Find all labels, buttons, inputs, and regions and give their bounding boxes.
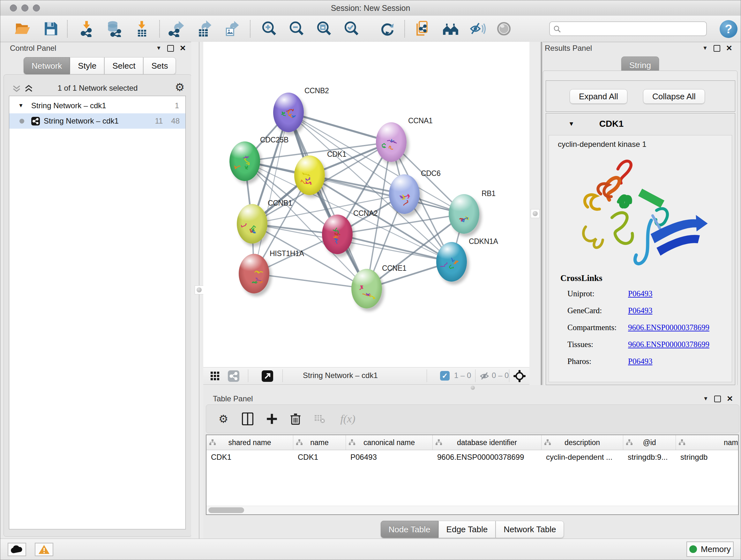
column-header-description[interactable]: description (542, 435, 623, 450)
column-header-@id[interactable]: @id (623, 435, 676, 450)
network-row-selected[interactable]: String Network – cdk1 11 48 (9, 113, 185, 129)
section-collapse-triangle-icon[interactable]: ▼ (568, 120, 575, 127)
grid-view-button[interactable] (209, 370, 221, 382)
collapse-panel-icon[interactable]: ▼ (703, 395, 709, 402)
node-table[interactable]: shared namenamecanonical namedatabase id… (206, 435, 739, 515)
network-node-CCNA2[interactable] (322, 214, 353, 254)
selected-checkbox[interactable]: ✓ (440, 371, 450, 381)
tab-node-table[interactable]: Node Table (381, 521, 439, 538)
zoom-in-button[interactable] (259, 18, 279, 39)
string-network-document-button[interactable] (413, 18, 433, 39)
warnings-button[interactable] (35, 543, 53, 556)
horizontal-splitter[interactable] (203, 385, 741, 390)
network-node-CDC6[interactable] (389, 174, 420, 214)
table-cell[interactable]: CDK1 (293, 450, 346, 464)
network-options-gear-icon[interactable]: ⚙ (175, 82, 185, 92)
crosslink-value-link[interactable]: P06493 (628, 306, 652, 315)
network-node-RB1[interactable] (449, 194, 479, 234)
table-cell[interactable]: stringdb (676, 450, 739, 464)
zoom-fit-button[interactable] (314, 18, 334, 39)
network-edge[interactable] (288, 112, 367, 289)
zoom-selected-button[interactable] (341, 18, 361, 39)
collection-collapse-triangle-icon[interactable]: ▼ (18, 103, 23, 109)
crosslink-value-link[interactable]: 9606.ENSP00000378699 (628, 340, 710, 349)
crosslink-value-link[interactable]: 9606.ENSP00000378699 (628, 323, 710, 332)
create-column-button[interactable] (264, 411, 280, 427)
network-edge[interactable] (288, 112, 391, 142)
column-header-database-identifier[interactable]: database identifier (433, 435, 542, 450)
left-splitter-handle[interactable] (195, 286, 204, 294)
zoom-out-button[interactable] (286, 18, 307, 39)
import-network-file-button[interactable] (77, 18, 97, 39)
network-node-HIST1H1A[interactable] (239, 254, 269, 294)
table-cell[interactable]: cyclin-dependent ... (542, 450, 623, 464)
table-cell[interactable]: 9606.ENSP00000378699 (433, 450, 542, 464)
float-panel-icon[interactable] (714, 395, 721, 402)
string-glass-ball-effect-button[interactable] (494, 18, 514, 39)
network-view-button[interactable] (227, 370, 240, 382)
network-node-CDK1[interactable] (294, 155, 325, 195)
column-header-shared-name[interactable]: shared name (206, 435, 293, 450)
tab-network[interactable]: Network (23, 57, 70, 74)
export-table-button[interactable] (193, 18, 214, 39)
scrollbar-thumb[interactable] (208, 507, 244, 513)
close-panel-icon[interactable]: ✕ (726, 44, 732, 53)
network-node-CCNB1[interactable] (237, 204, 267, 244)
network-canvas[interactable]: CCNB2CCNA1CDC25BCDK1CDC6RB1CCNB1CCNA2CDK… (203, 42, 529, 367)
network-node-CCNE1[interactable] (351, 269, 382, 308)
right-splitter-handle[interactable] (531, 209, 540, 218)
string-homes-button[interactable] (441, 18, 461, 39)
collapse-panel-icon[interactable]: ▼ (156, 45, 161, 51)
table-cell[interactable]: CDK1 (206, 450, 293, 464)
collapse-panel-icon[interactable]: ▼ (702, 45, 708, 51)
tab-sets[interactable]: Sets (143, 57, 176, 74)
show-columns-button[interactable] (239, 411, 256, 427)
help-button[interactable]: ? (720, 20, 738, 38)
open-session-button[interactable] (12, 18, 33, 39)
export-network-button[interactable] (166, 18, 186, 39)
network-node-CDKN1A[interactable] (436, 242, 467, 282)
table-horizontal-scrollbar[interactable] (206, 506, 738, 514)
column-header-canonical-name[interactable]: canonical name (346, 435, 433, 450)
export-image-button[interactable] (221, 18, 241, 39)
hidden-toggle-button[interactable] (478, 370, 490, 382)
import-network-database-button[interactable] (104, 18, 125, 39)
birds-eye-view-button[interactable] (514, 370, 526, 382)
node-section-header[interactable]: ▼ CDK1 (546, 113, 735, 134)
close-panel-icon[interactable]: ✕ (180, 44, 186, 53)
apply-layout-button[interactable] (377, 18, 398, 39)
collapse-all-button[interactable]: Collapse All (643, 89, 705, 104)
network-node-CCNB2[interactable] (273, 92, 304, 132)
network-node-CCNA1[interactable] (376, 122, 407, 162)
detach-view-button[interactable] (261, 370, 273, 382)
save-session-button[interactable] (41, 18, 61, 39)
string-structures-visibility-button[interactable] (467, 18, 488, 39)
column-header-name[interactable]: name (293, 435, 346, 450)
import-table-file-button[interactable] (132, 18, 152, 39)
right-splitter[interactable] (529, 42, 543, 385)
memory-button[interactable]: Memory (686, 542, 734, 557)
table-cell[interactable]: P06493 (346, 450, 433, 464)
network-node-CDC25B[interactable] (229, 141, 260, 181)
table-options-button[interactable]: ⚙ (215, 411, 232, 427)
network-edge[interactable] (337, 234, 452, 262)
network-edge[interactable] (254, 273, 367, 289)
table-row[interactable]: CDK1CDK1P064939606.ENSP00000378699cyclin… (206, 450, 738, 464)
tab-network-table[interactable]: Network Table (495, 521, 564, 538)
float-panel-icon[interactable] (167, 45, 174, 52)
crosslink-value-link[interactable]: P06493 (628, 357, 652, 366)
column-header-namespace[interactable]: namespace (676, 435, 739, 450)
horizontal-splitter-handle[interactable] (471, 386, 475, 390)
search-field[interactable] (549, 21, 707, 36)
search-input[interactable] (564, 23, 702, 36)
tab-style[interactable]: Style (70, 57, 105, 74)
table-cell[interactable]: stringdb:9... (623, 450, 676, 464)
delete-columns-button[interactable] (287, 411, 304, 427)
tab-select[interactable]: Select (105, 57, 143, 74)
crosslink-value-link[interactable]: P06493 (628, 289, 652, 298)
tab-edge-table[interactable]: Edge Table (439, 521, 496, 538)
cloud-button[interactable] (8, 543, 26, 556)
expand-all-button[interactable]: Expand All (569, 89, 627, 104)
left-splitter[interactable] (191, 42, 203, 539)
float-panel-icon[interactable] (714, 45, 720, 52)
